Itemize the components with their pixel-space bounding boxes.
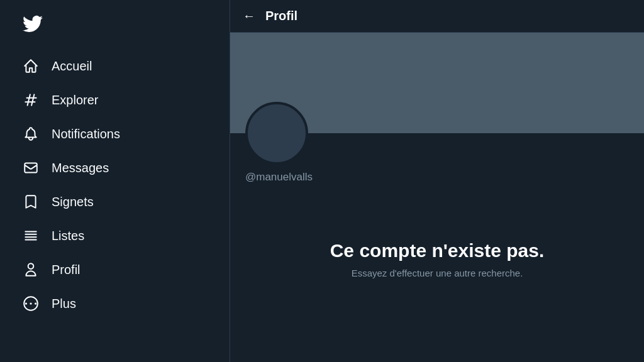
more-icon	[23, 295, 39, 312]
sidebar-item-plus[interactable]: Plus	[13, 287, 217, 321]
not-exist-title: Ce compte n'existe pas.	[245, 240, 629, 261]
avatar-wrapper	[245, 102, 308, 165]
account-not-exist-section: Ce compte n'existe pas. Essayez d'effect…	[230, 215, 644, 285]
profile-username: @manuelvalls	[245, 171, 629, 184]
user-icon	[23, 261, 39, 278]
mail-icon	[23, 160, 39, 176]
svg-point-2	[35, 302, 36, 304]
main-content: ← Profil @manuelvalls Ce compte n'existe…	[230, 0, 644, 362]
sidebar-item-listes[interactable]: Listes	[13, 219, 217, 253]
sidebar-item-label-plus: Plus	[52, 297, 76, 311]
sidebar-item-label-profil: Profil	[52, 263, 80, 277]
list-icon	[23, 228, 39, 244]
sidebar: Accueil Explorer Notifications	[0, 0, 230, 362]
sidebar-item-label-messages: Messages	[52, 161, 109, 175]
profile-header-bar: ← Profil	[230, 0, 644, 33]
sidebar-item-label-explorer: Explorer	[52, 93, 98, 107]
sidebar-item-label-signets: Signets	[52, 195, 94, 209]
sidebar-item-messages[interactable]: Messages	[13, 151, 217, 185]
sidebar-item-label-listes: Listes	[52, 229, 84, 243]
bookmark-icon	[23, 194, 39, 210]
sidebar-item-label-accueil: Accueil	[52, 59, 92, 74]
svg-point-0	[25, 302, 27, 304]
sidebar-item-accueil[interactable]: Accueil	[13, 49, 217, 83]
explore-icon	[23, 92, 39, 108]
home-icon	[23, 58, 39, 74]
sidebar-item-signets[interactable]: Signets	[13, 185, 217, 219]
svg-point-1	[30, 302, 31, 304]
twitter-logo[interactable]	[13, 6, 217, 44]
profile-banner	[230, 33, 644, 133]
not-exist-subtitle: Essayez d'effectuer une autre recherche.	[245, 268, 629, 278]
page-title: Profil	[265, 9, 297, 23]
avatar	[245, 102, 308, 165]
nav-menu: Accueil Explorer Notifications	[13, 49, 217, 321]
sidebar-item-label-notifications: Notifications	[52, 127, 120, 141]
sidebar-item-explorer[interactable]: Explorer	[13, 83, 217, 117]
sidebar-item-profil[interactable]: Profil	[13, 253, 217, 287]
sidebar-item-notifications[interactable]: Notifications	[13, 117, 217, 151]
back-button[interactable]: ←	[243, 9, 255, 23]
bell-icon	[23, 126, 39, 142]
